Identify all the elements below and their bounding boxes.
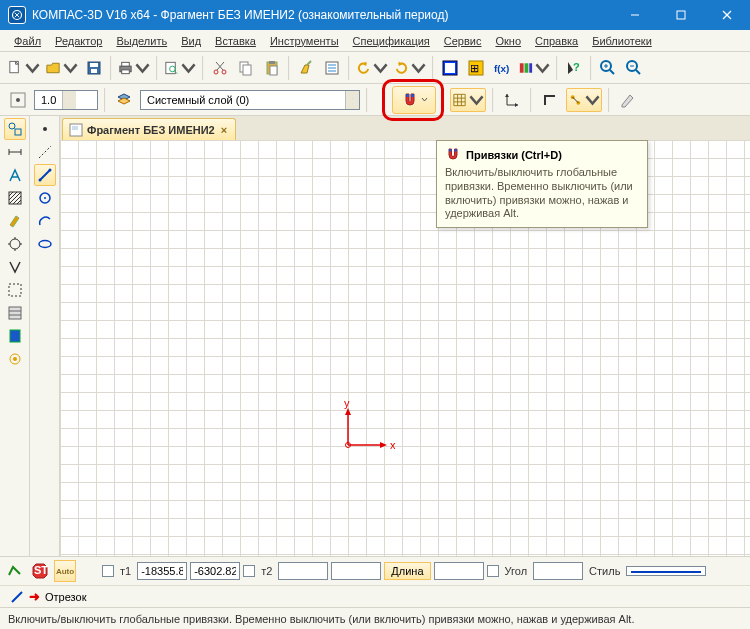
svg-line-69 [39,146,51,158]
svg-line-70 [40,170,50,180]
clean-button[interactable] [294,56,318,80]
variables-button[interactable]: ⊞ [464,56,488,80]
paste-button[interactable] [260,56,284,80]
hatch-tool[interactable] [4,187,26,209]
open-button[interactable] [44,56,80,80]
svg-rect-23 [270,66,277,75]
svg-line-17 [217,62,224,70]
svg-line-39 [610,70,614,74]
svg-point-60 [10,239,20,249]
arc-tool[interactable] [34,210,56,232]
snaps-button[interactable] [392,86,436,114]
cut-button[interactable] [208,56,232,80]
insert-tool[interactable] [4,348,26,370]
menu-select[interactable]: Выделить [110,33,173,49]
layer-combo[interactable]: Системный слой (0) [140,90,360,110]
undo-button[interactable] [354,56,390,80]
coord-icon[interactable] [500,88,524,112]
print-button[interactable] [116,56,152,80]
text-tool[interactable] [4,164,26,186]
menu-file[interactable]: Файл [8,33,47,49]
layers-icon[interactable] [112,88,136,112]
segment-tool[interactable] [34,164,56,186]
new-button[interactable] [6,56,42,80]
document-tab[interactable]: Фрагмент БЕЗ ИМЕНИ2 × [62,118,236,140]
svg-rect-36 [529,63,532,72]
select-tool[interactable] [4,279,26,301]
x1-input[interactable] [137,562,187,580]
tooltip: Привязки (Ctrl+D) Включить/выключить гло… [436,140,648,228]
svg-line-53 [573,97,579,103]
minimize-button[interactable] [612,0,658,30]
length-label[interactable]: Длина [384,562,430,580]
svg-rect-22 [269,61,275,64]
spec-tool[interactable] [4,302,26,324]
svg-rect-61 [9,284,21,296]
menu-help[interactable]: Справка [529,33,584,49]
t1-lock[interactable] [102,565,114,577]
manager-button[interactable] [438,56,462,80]
measure-tool[interactable] [4,256,26,278]
auto-button[interactable]: Auto [54,560,76,582]
help-button[interactable]: ? [562,56,586,80]
command-text: Отрезок [45,591,86,603]
edit-tool[interactable] [4,210,26,232]
menu-spec[interactable]: Спецификация [347,33,436,49]
geometry-tool[interactable] [4,118,26,140]
point-tool[interactable] [34,118,56,140]
menu-service[interactable]: Сервис [438,33,488,49]
y1-input[interactable] [190,562,240,580]
fragment-icon [69,123,83,137]
ortho-button[interactable] [538,88,562,112]
zoom-out-button[interactable] [622,56,646,80]
t2-lock[interactable] [243,565,255,577]
document-tabs: Фрагмент БЕЗ ИМЕНИ2 × [60,116,750,140]
report-tool[interactable] [4,325,26,347]
main-toolbar: ⊞ f(x) ? [0,52,750,84]
preview-button[interactable] [162,56,198,80]
style-selector[interactable] [626,566,706,576]
aux-line-tool[interactable] [34,141,56,163]
menu-editor[interactable]: Редактор [49,33,108,49]
menubar: Файл Редактор Выделить Вид Вставка Инстр… [0,30,750,52]
length-input[interactable] [434,562,484,580]
svg-rect-30 [445,63,455,73]
svg-text:x: x [390,439,396,451]
svg-rect-2 [677,11,685,19]
ellipse-tool[interactable] [34,233,56,255]
angle-input[interactable] [533,562,583,580]
state-icon[interactable] [6,88,30,112]
svg-point-46 [16,98,20,102]
scale-combo[interactable]: 1.0 [34,90,98,110]
redo-button[interactable] [392,56,428,80]
tab-close[interactable]: × [219,124,229,136]
grid-button[interactable] [450,88,486,112]
drawing-area[interactable]: x y Привязки (Ctrl+D) Включить/выключить… [60,140,750,556]
y2-input[interactable] [331,562,381,580]
svg-line-24 [307,61,311,65]
zoom-in-button[interactable] [596,56,620,80]
menu-view[interactable]: Вид [175,33,207,49]
dimensions-tool[interactable] [4,141,26,163]
stop-button[interactable]: STOP [29,560,51,582]
libs-button[interactable] [516,56,552,80]
round-button[interactable] [566,88,602,112]
copy-button[interactable] [234,56,258,80]
menu-tools[interactable]: Инструменты [264,33,345,49]
svg-line-43 [636,70,640,74]
magnet-icon [445,147,461,163]
edit-mode-button[interactable] [616,88,640,112]
angle-lock[interactable] [487,565,499,577]
save-button[interactable] [82,56,106,80]
circle-tool[interactable] [34,187,56,209]
params-tool[interactable] [4,233,26,255]
fx-button[interactable]: f(x) [490,56,514,80]
maximize-button[interactable] [658,0,704,30]
properties-button[interactable] [320,56,344,80]
x2-input[interactable] [278,562,328,580]
create-button[interactable] [4,560,26,582]
close-button[interactable] [704,0,750,30]
menu-insert[interactable]: Вставка [209,33,262,49]
menu-window[interactable]: Окно [489,33,527,49]
menu-libs[interactable]: Библиотеки [586,33,658,49]
